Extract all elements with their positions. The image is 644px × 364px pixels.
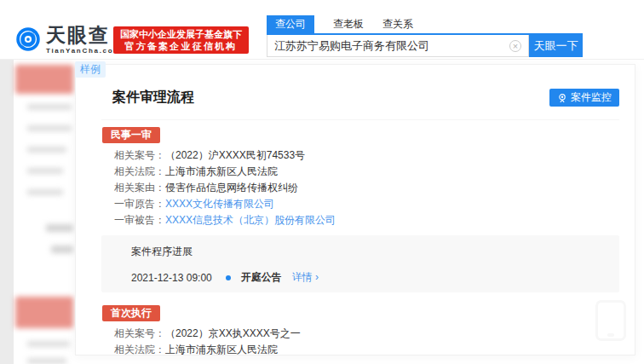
search-row: × 天眼一下 xyxy=(267,35,583,57)
search-input-wrap: × xyxy=(267,35,529,57)
search-tabs: 查公司 查老板 查关系 xyxy=(267,20,583,35)
progress-title: 案件程序进展 xyxy=(131,245,602,259)
execution-detail-rows: 相关案号： （2022）京XX执XXXX号之一 相关法院： 上海市浦东新区人民法… xyxy=(114,326,619,358)
row-label: 相关案号： xyxy=(114,326,165,342)
search-block: 查公司 查老板 查关系 × 天眼一下 xyxy=(267,20,583,57)
search-button[interactable]: 天眼一下 xyxy=(529,35,583,57)
row-value: 上海市浦东新区人民法院 xyxy=(165,342,278,358)
chevron-right-icon: › xyxy=(315,271,319,283)
tianyancha-logo[interactable]: 天眼查 TianYanCha.com xyxy=(15,25,121,55)
detail-row-cause: 相关案由： 侵害作品信息网络传播权纠纷 xyxy=(114,180,619,196)
floating-phone-icon[interactable] xyxy=(595,300,626,341)
card-header: 案件审理流程 案件监控 xyxy=(101,65,619,120)
detail-row-court: 相关法院： 上海市浦东新区人民法院 xyxy=(114,342,619,358)
row-label: 一审被告： xyxy=(114,212,165,228)
detail-row-case-number: 相关案号： （2022）沪XXXX民初74533号 xyxy=(114,147,619,164)
search-input[interactable] xyxy=(274,39,509,52)
detail-row-court: 相关法院： 上海市浦东新区人民法院 xyxy=(114,164,619,180)
case-trial-card: 样例 案件审理流程 案件监控 民事一审 相关案号： （2022）沪XXXX民初7… xyxy=(75,64,635,355)
row-label: 一审原告： xyxy=(114,196,165,212)
sample-tag: 样例 xyxy=(75,61,106,78)
progress-datetime: 2021-12-13 09:00 xyxy=(131,272,212,284)
row-value: （2022）京XX执XXXX号之一 xyxy=(165,326,301,342)
clear-icon[interactable]: × xyxy=(509,40,521,52)
detail-link[interactable]: 详情 › xyxy=(292,270,319,285)
cert-badge-line1: 国家中小企业发展子基金旗下 xyxy=(120,28,242,40)
monitor-icon xyxy=(557,93,567,103)
section-first-execution: 首次执行 相关案号： （2022）京XX执XXXX号之一 相关法院： 上海市浦东… xyxy=(76,292,635,358)
tianyancha-page: 天眼查 TianYanCha.com 国家中小企业发展子基金旗下 官方备案企业征… xyxy=(0,0,644,364)
row-value: 上海市浦东新区人民法院 xyxy=(165,164,278,180)
tab-search-relation[interactable]: 查关系 xyxy=(382,15,413,33)
row-label: 相关法院： xyxy=(114,342,165,358)
detail-row-plaintiff: 一审原告： XXXX文化传播有限公司 xyxy=(114,196,619,212)
timeline-dot-icon xyxy=(226,275,231,280)
row-label: 相关案由： xyxy=(114,180,165,196)
row-value: 侵害作品信息网络传播权纠纷 xyxy=(165,180,298,196)
cert-badge-line2: 官方备案企业征信机构 xyxy=(120,40,242,52)
defendant-company-link[interactable]: XXXX信息技术（北京）股份有限公司 xyxy=(165,212,336,228)
case-progress-box: 案件程序进展 2021-12-13 09:00 开庭公告 详情 › xyxy=(101,235,619,292)
detail-row-case-number: 相关案号： （2022）京XX执XXXX号之一 xyxy=(114,326,619,342)
logo-text: 天眼查 TianYanCha.com xyxy=(46,25,121,55)
site-header: 天眼查 TianYanCha.com 国家中小企业发展子基金旗下 官方备案企业征… xyxy=(0,0,644,60)
civil-detail-rows: 相关案号： （2022）沪XXXX民初74533号 相关法院： 上海市浦东新区人… xyxy=(114,147,619,228)
brand-name: 天眼查 xyxy=(46,25,121,46)
progress-event: 开庭公告 xyxy=(241,270,282,285)
case-monitor-label: 案件监控 xyxy=(571,90,612,105)
detail-row-defendant: 一审被告： XXXX信息技术（北京）股份有限公司 xyxy=(114,212,619,228)
tianyancha-logo-icon xyxy=(15,26,41,52)
row-label: 相关案号： xyxy=(114,147,165,164)
tab-search-company[interactable]: 查公司 xyxy=(267,15,314,33)
case-monitor-button[interactable]: 案件监控 xyxy=(549,89,619,107)
section-badge-civil: 民事一审 xyxy=(102,127,160,143)
plaintiff-company-link[interactable]: XXXX文化传播有限公司 xyxy=(165,196,274,212)
certification-badge: 国家中小企业发展子基金旗下 官方备案企业征信机构 xyxy=(113,26,249,54)
row-value: （2022）沪XXXX民初74533号 xyxy=(165,147,305,164)
section-civil-first-instance: 民事一审 相关案号： （2022）沪XXXX民初74533号 相关法院： 上海市… xyxy=(76,120,635,292)
row-label: 相关法院： xyxy=(114,164,165,180)
progress-item: 2021-12-13 09:00 开庭公告 详情 › xyxy=(131,270,602,285)
section-badge-execution: 首次执行 xyxy=(102,305,160,321)
page-title: 案件审理流程 xyxy=(112,89,194,107)
blurred-background-content xyxy=(12,60,75,364)
brand-domain: TianYanCha.com xyxy=(46,47,121,55)
tab-search-boss[interactable]: 查老板 xyxy=(333,15,364,33)
